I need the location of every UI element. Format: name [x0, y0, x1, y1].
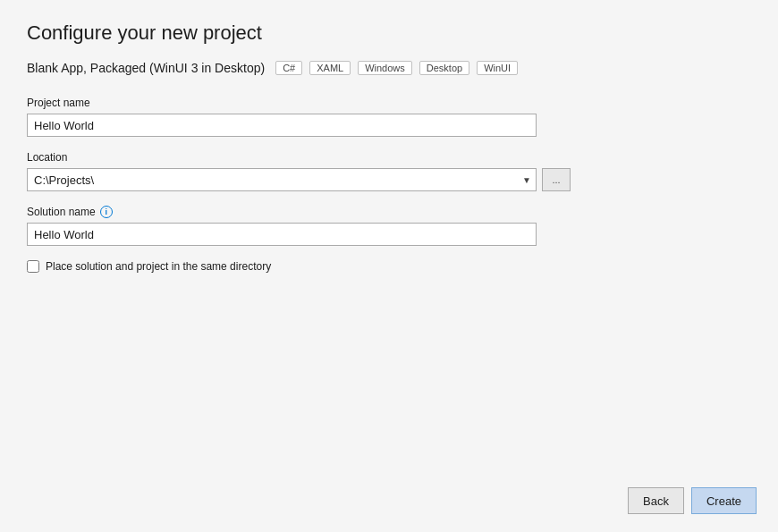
location-select[interactable]: C:\Projects\ [27, 168, 537, 191]
create-button[interactable]: Create [691, 487, 757, 514]
page-title: Configure your new project [27, 21, 751, 45]
solution-name-input[interactable] [27, 223, 537, 246]
solution-name-info-icon[interactable]: i [100, 206, 113, 218]
same-directory-row: Place solution and project in the same d… [27, 260, 751, 273]
app-type-label: Blank App, Packaged (WinUI 3 in Desktop) [27, 61, 265, 75]
project-name-input[interactable] [27, 114, 537, 137]
location-row: C:\Projects\ ▼ ... [27, 168, 751, 191]
tag-csharp: C# [275, 61, 302, 75]
project-name-field-group: Project name [27, 97, 751, 137]
browse-button[interactable]: ... [542, 168, 571, 191]
location-label: Location [27, 151, 751, 164]
location-select-wrapper: C:\Projects\ ▼ [27, 168, 537, 191]
same-directory-checkbox[interactable] [27, 260, 39, 273]
location-field-group: Location C:\Projects\ ▼ ... [27, 151, 751, 191]
back-button[interactable]: Back [628, 487, 684, 514]
tag-xaml: XAML [309, 61, 351, 75]
footer: Back Create [628, 487, 757, 514]
tag-windows: Windows [358, 61, 412, 75]
solution-name-label: Solution name i [27, 206, 751, 218]
configure-project-dialog: Configure your new project Blank App, Pa… [0, 0, 778, 532]
same-directory-label: Place solution and project in the same d… [46, 260, 271, 273]
project-name-label: Project name [27, 97, 751, 109]
subtitle-row: Blank App, Packaged (WinUI 3 in Desktop)… [27, 61, 751, 75]
tag-winui: WinUI [477, 61, 518, 75]
tag-desktop: Desktop [419, 61, 469, 75]
solution-name-field-group: Solution name i [27, 206, 751, 246]
